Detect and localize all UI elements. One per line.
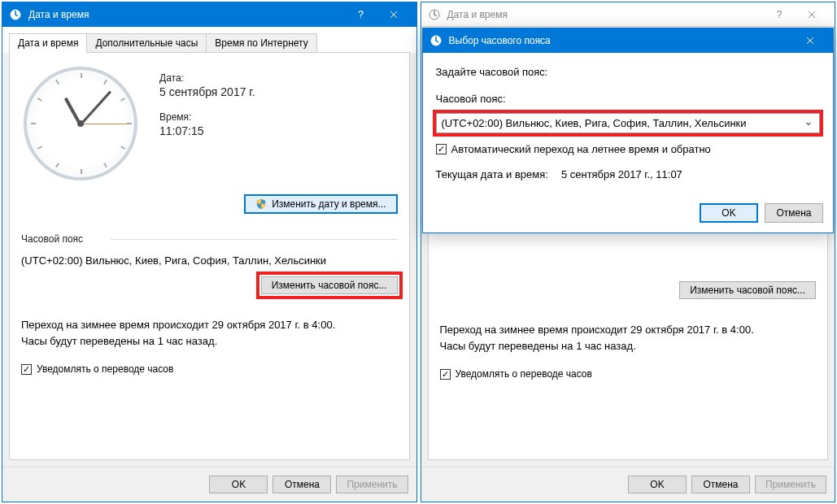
set-timezone-prompt: Задайте часовой пояс:	[436, 66, 821, 78]
current-datetime-label: Текущая дата и время:	[436, 168, 548, 180]
timezone-select-wrap: (UTC+02:00) Вильнюс, Киев, Рига, София, …	[436, 113, 821, 133]
dst-info-right: Переход на зимнее время происходит 29 ок…	[440, 322, 817, 354]
tab-date-time[interactable]: Дата и время	[9, 33, 87, 53]
dialog-buttons-right: OK Отмена Применить	[421, 467, 835, 502]
notify-checkbox[interactable]: ✓	[21, 364, 32, 375]
date-time-window-left: Дата и время ? Дата и время Дополнительн…	[2, 2, 417, 502]
inner-titlebar[interactable]: Выбор часового пояса	[423, 28, 834, 53]
apply-button[interactable]: Применить	[336, 476, 408, 493]
cancel-button[interactable]: Отмена	[272, 476, 331, 493]
time-label: Время:	[159, 111, 255, 123]
timezone-section-title: Часовой пояс	[21, 233, 398, 245]
tab-content: Дата: 5 сентября 2017 г. Время: 11:07:15…	[9, 52, 410, 460]
notify-checkbox-label: Уведомлять о переводе часов	[37, 363, 173, 375]
time-value: 11:07:15	[159, 124, 255, 137]
timezone-field-label: Часовой пояс:	[436, 93, 821, 105]
change-date-time-button[interactable]: Изменить дату и время...	[244, 194, 397, 214]
auto-dst-label: Автоматический переход на летнее время и…	[451, 143, 711, 155]
auto-dst-checkbox[interactable]: ✓	[436, 144, 447, 154]
notify-checkbox-row-right[interactable]: ✓ Уведомлять о переводе часов	[440, 368, 817, 380]
clock-globe-icon	[428, 8, 441, 21]
tab-internet-time[interactable]: Время по Интернету	[206, 33, 316, 53]
timezone-value: (UTC+02:00) Вильнюс, Киев, Рига, София, …	[21, 254, 398, 267]
titlebar-right[interactable]: Дата и время ?	[421, 2, 835, 27]
window-title: Дата и время	[447, 9, 764, 20]
apply-button-right[interactable]: Применить	[755, 476, 826, 493]
date-label: Дата:	[159, 72, 255, 84]
inner-cancel-button[interactable]: Отмена	[765, 203, 823, 223]
close-button[interactable]	[796, 3, 828, 26]
inner-dialog-title: Выбор часового пояса	[449, 35, 795, 46]
notify-checkbox-row[interactable]: ✓ Уведомлять о переводе часов	[21, 363, 398, 375]
timezone-select[interactable]: (UTC+02:00) Вильнюс, Киев, Рига, София, …	[436, 113, 821, 133]
close-button[interactable]	[377, 3, 410, 26]
notify-checkbox-right[interactable]: ✓	[440, 369, 451, 380]
help-button[interactable]: ?	[345, 3, 377, 26]
analog-clock	[21, 64, 143, 186]
window-title: Дата и время	[28, 9, 345, 20]
cancel-button-right[interactable]: Отмена	[691, 476, 750, 493]
help-button[interactable]: ?	[763, 3, 796, 26]
ok-button[interactable]: OK	[209, 476, 268, 493]
tab-additional-clocks[interactable]: Дополнительные часы	[86, 33, 207, 53]
date-value: 5 сентября 2017 г.	[159, 85, 255, 98]
change-timezone-button-bg[interactable]: Изменить часовой пояс...	[679, 281, 816, 299]
inner-close-button[interactable]	[794, 29, 826, 52]
current-datetime-value: 5 сентября 2017 г., 11:07	[561, 168, 682, 180]
change-timezone-button[interactable]: Изменить часовой пояс...	[261, 276, 398, 294]
date-time-window-right: Дата и время ? Выбор часового пояса Зада…	[421, 2, 836, 502]
inner-ok-button[interactable]: OK	[700, 203, 758, 223]
titlebar-left[interactable]: Дата и время ?	[2, 2, 416, 27]
timezone-select-dialog: Выбор часового пояса Задайте часовой поя…	[422, 28, 835, 233]
dst-info: Переход на зимнее время происходит 29 ок…	[21, 317, 398, 349]
dialog-buttons: OK Отмена Применить	[2, 467, 416, 502]
auto-dst-checkbox-row[interactable]: ✓ Автоматический переход на летнее время…	[436, 143, 821, 155]
shield-icon	[255, 198, 267, 210]
clock-globe-icon	[9, 8, 22, 21]
notify-checkbox-label-right: Уведомлять о переводе часов	[456, 368, 592, 380]
ok-button-right[interactable]: OK	[628, 476, 687, 493]
tab-strip: Дата и время Дополнительные часы Время п…	[2, 27, 416, 53]
clock-globe-icon	[429, 34, 442, 47]
tab-content-right: Выбор часового пояса Задайте часовой поя…	[428, 33, 829, 460]
